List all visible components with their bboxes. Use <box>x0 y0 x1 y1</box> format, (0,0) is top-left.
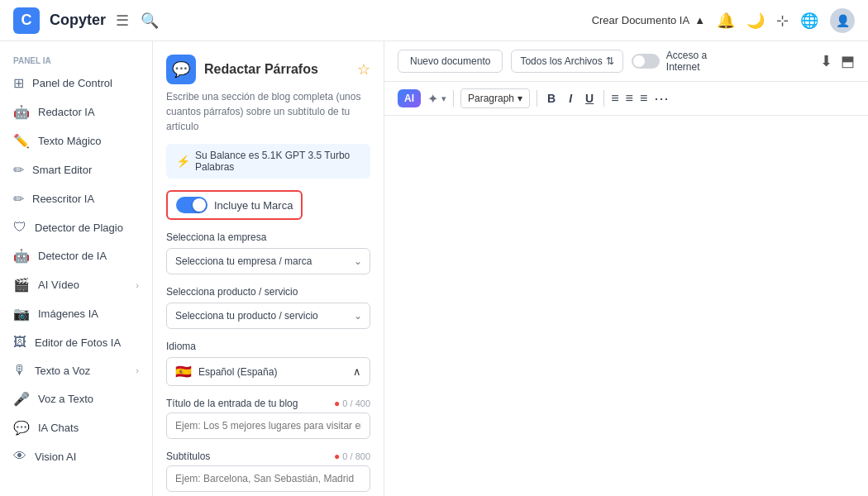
titulo-input[interactable] <box>166 413 370 439</box>
layout-icon[interactable]: ⊹ <box>776 12 789 30</box>
notification-icon[interactable]: 🔔 <box>717 12 735 30</box>
chat-icon: 💬 <box>13 420 30 436</box>
sidebar-item-texto-voz[interactable]: 🎙 Texto a Voz › <box>0 356 152 384</box>
idioma-left: 🇪🇸 Español (España) <box>175 364 277 379</box>
crear-documento-button[interactable]: Crear Documento IA ▲ <box>592 14 705 26</box>
required-marker: ● <box>334 451 340 462</box>
align-center-icon[interactable]: ≡ <box>626 91 633 106</box>
acceso-internet-toggle: Acceso a Internet <box>632 50 707 73</box>
sidebar-item-vision-ai[interactable]: 👁 Vision AI <box>0 442 152 470</box>
sidebar: PANEL IA ⊞ Panel de Control 🤖 Redactor I… <box>0 41 153 496</box>
separator <box>537 90 537 107</box>
sidebar-item-ai-video[interactable]: 🎬 AI Vídeo › <box>0 270 152 299</box>
more-options-icon[interactable]: ⋯ <box>654 89 669 107</box>
toggle-knob <box>193 198 206 212</box>
sidebar-item-detector-plagio[interactable]: 🛡 Detector de Plagio <box>0 213 152 241</box>
sort-icon: ⇅ <box>606 55 614 67</box>
sidebar-item-label: Detector de IA <box>38 250 107 262</box>
sidebar-item-panel-control[interactable]: ⊞ Panel de Control <box>0 69 152 98</box>
tool-header: 💬 Redactar Párrafos ☆ <box>166 55 370 84</box>
empresa-select[interactable]: Selecciona tu empresa / marca <box>166 248 370 274</box>
subtitulos-char-count: 0 / 800 <box>342 451 370 461</box>
sidebar-item-texto-magico[interactable]: ✏️ Texto Mágico <box>0 126 152 155</box>
access-knob <box>633 55 645 67</box>
user-avatar[interactable]: 👤 <box>830 8 855 33</box>
italic-button[interactable]: I <box>565 90 575 107</box>
required-marker: ● <box>334 398 340 409</box>
chevron-up-icon: ∧ <box>353 365 361 378</box>
sidebar-item-label: Voz a Texto <box>38 393 93 405</box>
sidebar-item-label: Redactor IA <box>38 106 95 118</box>
underline-button[interactable]: U <box>582 90 597 107</box>
sidebar-item-label: Texto Mágico <box>38 135 102 147</box>
logo-box[interactable]: C <box>13 7 40 34</box>
search-icon[interactable]: 🔍 <box>141 12 159 30</box>
titulo-label: Título de la entrada de tu blog <box>166 398 298 409</box>
format-bar: AI ✦ ▾ Paragraph ▾ B I U ≡ ≡ ≡ ⋯ <box>384 82 868 116</box>
sidebar-item-imagenes-ia[interactable]: 📷 Imágenes IA <box>0 299 152 328</box>
todos-archivos-label: Todos los Archivos <box>520 55 602 67</box>
balance-box: ⚡ Su Balance es 5.1K GPT 3.5 Turbo Palab… <box>166 144 370 179</box>
topnav-action-icons: 🔔 🌙 ⊹ 🌐 <box>717 12 818 30</box>
mic-icon: 🎙 <box>13 363 26 378</box>
sidebar-item-redactor-ia[interactable]: 🤖 Redactor IA <box>0 98 152 126</box>
chevron-up-icon: ▲ <box>694 14 705 26</box>
editor-panel: Nuevo documento Todos los Archivos ⇅ Acc… <box>384 41 868 496</box>
menu-icon[interactable]: ☰ <box>116 12 129 30</box>
paragraph-select[interactable]: Paragraph ▾ <box>460 88 530 108</box>
moon-icon[interactable]: 🌙 <box>746 12 765 30</box>
toggle-switch[interactable] <box>176 197 207 213</box>
producto-select[interactable]: Selecciona tu producto / servicio <box>166 303 370 329</box>
ai-button[interactable]: AI <box>398 89 421 107</box>
sidebar-item-smart-editor[interactable]: ✏ Smart Editor <box>0 155 152 184</box>
idioma-value: Español (España) <box>198 366 277 378</box>
titulo-field-label: Título de la entrada de tu blog ● 0 / 40… <box>166 398 370 409</box>
download-icon[interactable]: ⬇ <box>820 52 832 70</box>
main-layout: PANEL IA ⊞ Panel de Control 🤖 Redactor I… <box>0 41 868 496</box>
sidebar-item-label: Reescritor IA <box>32 193 94 205</box>
video-icon: 🎬 <box>13 277 30 293</box>
logo-text: Copyter <box>50 12 106 29</box>
sidebar-item-reescritor-ia[interactable]: ✏ Reescritor IA <box>0 184 152 213</box>
magic-chevron[interactable]: ▾ <box>441 93 446 104</box>
toggle-label: Incluye tu Marca <box>214 199 293 212</box>
sidebar-item-label: Panel de Control <box>32 77 112 89</box>
eye-icon: 👁 <box>13 449 26 464</box>
flag-icon: 🇪🇸 <box>175 364 192 379</box>
align-left-icon[interactable]: ≡ <box>611 91 618 106</box>
star-icon[interactable]: ☆ <box>357 60 370 79</box>
align-right-icon[interactable]: ≡ <box>640 91 647 106</box>
nuevo-documento-button[interactable]: Nuevo documento <box>398 50 503 73</box>
sidebar-item-label: Detector de Plagio <box>35 222 123 234</box>
access-switch[interactable] <box>632 54 660 69</box>
sidebar-item-ia-chats[interactable]: 💬 IA Chats <box>0 413 152 442</box>
editor-body[interactable] <box>384 116 868 496</box>
bold-button[interactable]: B <box>544 90 559 107</box>
export-icon[interactable]: ⬒ <box>841 52 855 70</box>
main-content: 💬 Redactar Párrafos ☆ Escribe una secció… <box>153 41 868 496</box>
sparkle-icon[interactable]: ✦ <box>427 91 438 107</box>
sidebar-item-label: IA Chats <box>38 422 79 434</box>
todos-archivos-button[interactable]: Todos los Archivos ⇅ <box>511 50 622 73</box>
sidebar-item-voz-texto[interactable]: 🎤 Voz a Texto <box>0 384 152 413</box>
tool-title: Redactar Párrafos <box>204 62 349 77</box>
idioma-selector[interactable]: 🇪🇸 Español (España) ∧ <box>166 357 370 386</box>
topnav-icons: ☰ 🔍 <box>116 12 159 30</box>
sidebar-section-label: PANEL IA <box>0 51 152 69</box>
shield-icon: 🛡 <box>13 220 26 235</box>
chevron-right-icon: › <box>136 280 139 290</box>
subtitulos-field-label: Subtítulos ● 0 / 800 <box>166 451 370 462</box>
globe-icon[interactable]: 🌐 <box>800 12 818 30</box>
sidebar-item-editor-fotos[interactable]: 🖼 Editor de Fotos IA <box>0 328 152 356</box>
incluye-marca-toggle-row[interactable]: Incluye tu Marca <box>166 190 303 220</box>
robot-icon: 🤖 <box>13 104 30 120</box>
sidebar-item-label: Texto a Voz <box>35 365 90 377</box>
topnav-left: C Copyter ☰ 🔍 <box>13 7 159 34</box>
sidebar-item-detector-ia[interactable]: 🤖 Detector de IA <box>0 241 152 270</box>
subtitulos-input[interactable] <box>166 465 370 492</box>
camera-icon: 📷 <box>13 306 30 322</box>
sidebar-item-label: Imágenes IA <box>38 308 98 320</box>
magic-wand-icon: ✏️ <box>13 133 30 149</box>
sidebar-item-label: Smart Editor <box>32 164 92 176</box>
chevron-right-icon: › <box>136 365 139 375</box>
